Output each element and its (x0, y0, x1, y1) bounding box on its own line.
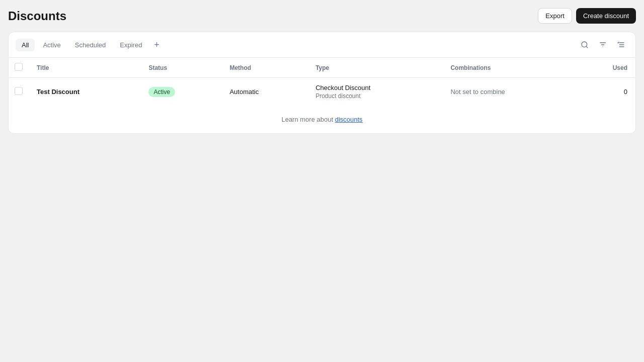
row-type-cell: Checkout Discount Product discount (307, 78, 442, 106)
svg-line-1 (586, 46, 588, 48)
sort-button[interactable] (613, 37, 628, 52)
status-badge: Active (148, 87, 175, 97)
discounts-card: All Active Scheduled Expired + (8, 32, 636, 134)
title-column-header: Title (29, 58, 140, 78)
tabs-right-actions (577, 37, 628, 52)
table-row: Test Discount Active Automatic Checkout … (9, 78, 635, 106)
filter-icon (599, 41, 607, 49)
learn-more-text: Learn more about (281, 116, 335, 123)
method-column-header: Method (221, 58, 307, 78)
combinations-value: Not set to combine (450, 88, 505, 96)
tab-scheduled[interactable]: Scheduled (69, 39, 112, 51)
discounts-table: Title Status Method Type Combinations Us… (9, 58, 635, 106)
status-column-header: Status (140, 58, 221, 78)
page-title: Discounts (8, 9, 66, 23)
row-used-cell: 0 (577, 78, 635, 106)
tab-all[interactable]: All (16, 39, 35, 51)
tab-active[interactable]: Active (37, 39, 66, 51)
type-primary: Checkout Discount (315, 84, 434, 92)
search-button[interactable] (577, 37, 592, 52)
combinations-column-header: Combinations (442, 58, 577, 78)
tab-expired[interactable]: Expired (114, 39, 148, 51)
row-checkbox[interactable] (15, 87, 23, 95)
row-combinations-cell: Not set to combine (442, 78, 577, 106)
select-all-header (9, 58, 29, 78)
export-button[interactable]: Export (538, 8, 572, 24)
discounts-link[interactable]: discounts (335, 116, 363, 123)
row-checkbox-cell (9, 78, 29, 106)
row-status-cell: Active (140, 78, 221, 106)
select-all-checkbox[interactable] (15, 63, 23, 71)
sort-icon (617, 41, 625, 49)
used-value: 0 (624, 88, 627, 96)
type-secondary: Product discount (315, 93, 434, 100)
filter-button[interactable] (595, 37, 610, 52)
discount-title[interactable]: Test Discount (37, 88, 79, 96)
add-tab-button[interactable]: + (150, 38, 163, 51)
learn-more-section: Learn more about discounts (9, 106, 635, 133)
row-method-cell: Automatic (221, 78, 307, 106)
method-value: Automatic (229, 88, 259, 96)
row-title-cell: Test Discount (29, 78, 140, 106)
tabs-bar: All Active Scheduled Expired + (9, 32, 635, 58)
type-column-header: Type (307, 58, 442, 78)
create-discount-button[interactable]: Create discount (576, 8, 636, 24)
header-actions: Export Create discount (538, 8, 636, 24)
search-icon (581, 41, 589, 49)
used-column-header: Used (577, 58, 635, 78)
